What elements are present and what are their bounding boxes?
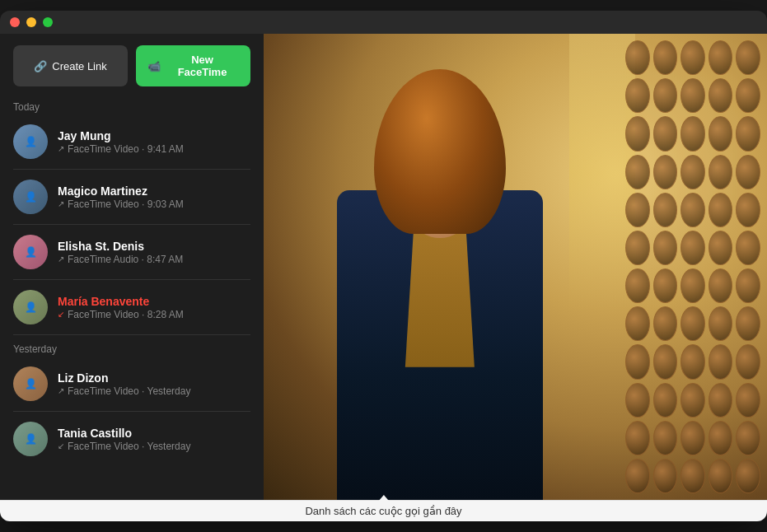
tooltip-wrapper: Danh sách các cuộc gọi gần đây [0,501,767,521]
wall-circle [709,155,733,189]
wall-circle [736,193,760,227]
wall-circle [736,459,760,493]
divider-1 [13,169,250,170]
wall-circle [680,268,705,303]
wall-circle [625,268,650,303]
detail-jay: FaceTime Video · 9:41 AM [68,143,184,155]
call-item-magico[interactable]: 👤 Magico Martinez ↗ FaceTime Video · 9:0… [0,171,264,222]
arrow-tania: ↙ [58,441,64,450]
wall-circle [680,306,705,341]
detail-elisha: FaceTime Audio · 8:47 AM [68,254,183,265]
call-info-jay: Jay Mung ↗ FaceTime Video · 9:41 AM [58,129,250,155]
wall-circle [680,116,705,151]
call-details-jay: ↗ FaceTime Video · 9:41 AM [58,143,250,155]
wall-circle [709,459,733,493]
wall-circle [680,78,705,113]
wall-circle [680,40,705,75]
wall-circle [653,383,678,418]
create-link-button[interactable]: 🔗 Create Link [13,45,128,86]
detail-magico: FaceTime Video · 9:03 AM [68,198,184,210]
call-info-liz: Liz Dizon ↗ FaceTime Video · Yesterday [58,371,250,397]
call-info-magico: Magico Martinez ↗ FaceTime Video · 9:03 … [58,184,250,210]
wall-circle [736,421,760,455]
wall-circle [709,116,733,151]
minimize-button[interactable] [26,17,36,27]
wall-circle [709,383,733,418]
call-info-maria: María Benavente ↙ FaceTime Video · 8:28 … [58,295,250,320]
wall-circle [625,383,650,418]
call-info-elisha: Elisha St. Denis ↗ FaceTime Audio · 8:47… [58,240,250,265]
wall-circle [736,383,760,418]
hair [374,69,506,234]
call-name-magico: Magico Martinez [58,184,250,198]
photo-scene [264,34,767,500]
call-item-tania[interactable]: 👤 Tania Castillo ↙ FaceTime Video · Yest… [0,413,264,464]
call-details-tania: ↙ FaceTime Video · Yesterday [58,441,250,452]
wall-circle [709,268,733,303]
wall-circle [653,40,678,75]
arrow-magico: ↗ [58,199,64,208]
wall-circle [736,344,760,379]
wall-circle [653,344,678,379]
arrow-liz: ↗ [58,386,64,395]
wall-circle [625,306,650,341]
wall-circle [625,155,650,189]
wall-circle [653,193,678,227]
wall-circle [736,155,760,189]
wall-circle [653,78,678,113]
close-button[interactable] [10,17,20,27]
wall-circle [625,231,650,265]
avatar-maria: 👤 [13,290,48,324]
call-list: Today 👤 Jay Mung ↗ FaceTime Video · 9:41… [0,95,264,500]
wall-circle [680,383,705,418]
call-item-elisha[interactable]: 👤 Elisha St. Denis ↗ FaceTime Audio · 8:… [0,226,264,278]
caption-text: Danh sách các cuộc gọi gần đây [305,505,461,517]
avatar-tania: 👤 [13,422,48,456]
call-name-maria: María Benavente [58,295,250,308]
avatar-liz: 👤 [13,366,48,401]
wall-circle [736,268,760,303]
call-name-tania: Tania Castillo [58,427,250,440]
wall-circle [736,40,760,75]
call-details-magico: ↗ FaceTime Video · 9:03 AM [58,198,250,210]
call-details-liz: ↗ FaceTime Video · Yesterday [58,385,250,397]
detail-liz: FaceTime Video · Yesterday [68,385,190,397]
wall-circle [709,344,733,379]
wall-circle [653,231,678,265]
wall-circle [653,268,678,303]
call-item-liz[interactable]: 👤 Liz Dizon ↗ FaceTime Video · Yesterday [0,358,264,409]
avatar-magico: 👤 [13,180,48,214]
call-item-maria[interactable]: 👤 María Benavente ↙ FaceTime Video · 8:2… [0,282,264,333]
wall-circle [625,116,650,151]
wall-circle [709,231,733,265]
person-figure [325,57,555,500]
wall-circle [680,155,705,189]
call-info-tania: Tania Castillo ↙ FaceTime Video · Yester… [58,427,250,452]
call-name-elisha: Elisha St. Denis [58,240,250,253]
app-window: 🔗 Create Link 📹 New FaceTime Today 👤 [0,11,767,521]
wall-circle [653,421,678,455]
wall-circle [653,155,678,189]
wall-circle [625,193,650,227]
title-bar [0,11,767,34]
circles-wall [619,34,767,500]
call-name-liz: Liz Dizon [58,371,250,385]
call-name-jay: Jay Mung [58,129,250,142]
avatar-jay: 👤 [13,124,48,159]
arrow-jay: ↗ [58,144,64,153]
call-item-jay[interactable]: 👤 Jay Mung ↗ FaceTime Video · 9:41 AM [0,116,264,167]
maximize-button[interactable] [43,17,53,27]
photo-panel [264,34,767,500]
call-details-maria: ↙ FaceTime Video · 8:28 AM [58,309,250,320]
new-facetime-button[interactable]: 📹 New FaceTime [136,45,250,86]
wall-circle [709,421,733,455]
wall-circle [680,193,705,227]
detail-tania: FaceTime Video · Yesterday [68,441,190,452]
section-yesterday-label: Yesterday [0,337,264,358]
wall-circle [680,421,705,455]
wall-circle [709,40,733,75]
wall-circle [736,116,760,151]
wall-circle [625,421,650,455]
avatar-elisha: 👤 [13,235,48,269]
caption-container: Danh sách các cuộc gọi gần đây [0,500,767,521]
